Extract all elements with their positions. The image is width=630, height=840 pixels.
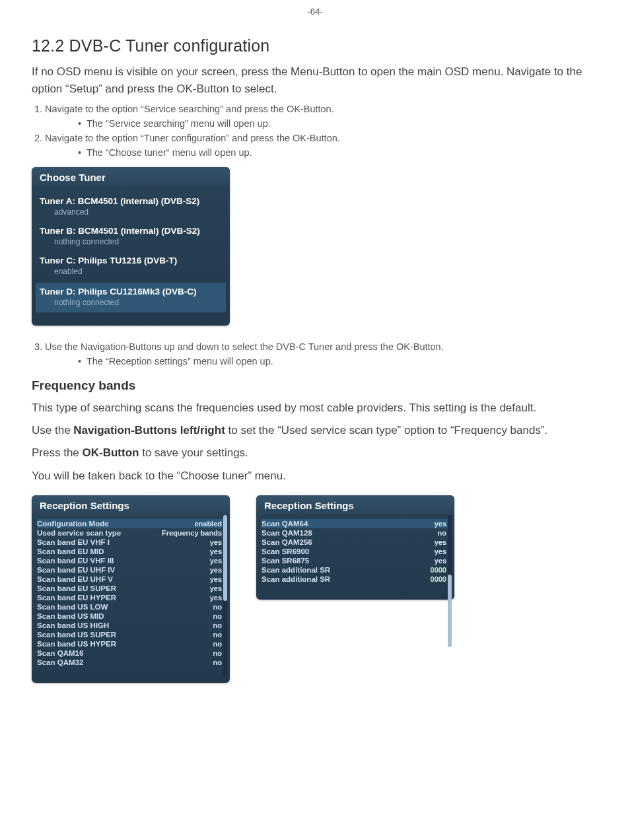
tuner-main: Tuner B: BCM4501 (internal) (DVB-S2): [40, 226, 222, 236]
setting-label: Scan additional SR: [262, 566, 330, 574]
step-3: Use the Navigation-Buttons up and down t…: [45, 341, 598, 352]
setting-label: Scan band EU UHF IV: [37, 566, 115, 574]
setting-value: enabled: [194, 520, 222, 528]
setting-label: Scan band US HYPER: [37, 640, 116, 648]
setting-value: yes: [435, 538, 446, 546]
setting-row[interactable]: Scan band US SUPERno: [37, 630, 225, 639]
freq-p2: Use the Navigation-Buttons left/right to…: [32, 422, 598, 439]
setting-label: Scan QAM256: [262, 538, 312, 546]
setting-row[interactable]: Used service scan typeFrequency bands: [37, 528, 225, 538]
scrollbar-right[interactable]: [448, 515, 452, 594]
setting-label: Scan QAM32: [37, 658, 83, 666]
step-2: Navigate to the option “Tuner configurat…: [45, 133, 598, 143]
setting-value: yes: [435, 557, 446, 565]
reception-settings-title-right: Reception Settings: [256, 495, 454, 515]
setting-row[interactable]: Scan SR6900yes: [262, 547, 449, 556]
scroll-thumb-right[interactable]: [448, 575, 452, 647]
step-1: Navigate to the option “Service searchin…: [45, 104, 598, 114]
setting-value: yes: [435, 520, 446, 528]
frequency-bands-heading: Frequency bands: [32, 378, 598, 393]
setting-row[interactable]: Scan additional SR0000: [262, 575, 449, 584]
reception-settings-panel-left: Reception Settings Configuration Modeena…: [32, 495, 230, 683]
setting-label: Scan band US HIGH: [37, 621, 109, 629]
setting-value: yes: [210, 538, 222, 546]
setting-row[interactable]: Scan band EU SUPERyes: [37, 584, 225, 593]
setting-value: no: [213, 649, 222, 657]
setting-row[interactable]: Scan QAM128no: [262, 528, 449, 538]
setting-row[interactable]: Scan additional SR0000: [262, 565, 449, 575]
tuner-sub: nothing connected: [40, 298, 222, 307]
freq-p3-a: Press the: [32, 446, 83, 459]
freq-p4: You will be taken back to the “Choose tu…: [32, 468, 598, 485]
reception-settings-title-left: Reception Settings: [32, 495, 230, 515]
scrollbar-left[interactable]: [223, 515, 227, 678]
setting-row[interactable]: Scan QAM64yes: [262, 519, 449, 528]
freq-p2-bold: Navigation-Buttons left/right: [73, 424, 225, 437]
reception-settings-panel-right: Reception Settings Scan QAM64yesScan QAM…: [256, 495, 454, 683]
scroll-thumb-left[interactable]: [223, 515, 227, 601]
page-number: -64-: [32, 7, 598, 17]
setting-label: Scan additional SR: [262, 575, 330, 583]
setting-label: Scan SR6900: [262, 547, 309, 555]
setting-row[interactable]: Scan band EU VHF Iyes: [37, 538, 225, 547]
setting-value: yes: [435, 547, 446, 555]
setting-row[interactable]: Configuration Modeenabled: [37, 519, 225, 528]
setting-row[interactable]: Scan band US MIDno: [37, 612, 225, 621]
setting-value: Frequency bands: [162, 529, 222, 537]
step-3-bullet: The “Reception settings” menu will open …: [78, 356, 598, 367]
choose-tuner-title: Choose Tuner: [32, 167, 230, 187]
setting-label: Scan QAM16: [37, 649, 83, 657]
setting-row[interactable]: Scan band EU UHF Vyes: [37, 575, 225, 584]
setting-row[interactable]: Scan QAM32no: [37, 658, 225, 667]
setting-label: Scan band EU SUPER: [37, 584, 116, 592]
setting-label: Configuration Mode: [37, 520, 109, 528]
setting-value: no: [213, 658, 222, 666]
tuner-sub: advanced: [40, 207, 222, 217]
tuner-main: Tuner A: BCM4501 (internal) (DVB-S2): [40, 196, 222, 206]
choose-tuner-panel: Choose Tuner Tuner A: BCM4501 (internal)…: [32, 167, 230, 326]
setting-value: no: [213, 640, 222, 648]
setting-row[interactable]: Scan band EU MIDyes: [37, 547, 225, 556]
tuner-sub: enabled: [40, 267, 222, 276]
setting-value: yes: [210, 594, 222, 602]
freq-p2-b: to set the “Used service scan type” opti…: [225, 424, 548, 437]
setting-value: yes: [210, 575, 222, 583]
setting-label: Scan band EU VHF I: [37, 538, 110, 546]
setting-row[interactable]: Scan band US HYPERno: [37, 639, 225, 648]
setting-value: no: [213, 631, 222, 639]
tuner-main: Tuner D: Philips CU1216Mk3 (DVB-C): [40, 287, 222, 297]
section-title: 12.2 DVB-C Tuner configuration: [32, 36, 598, 55]
setting-value: no: [213, 603, 222, 611]
setting-row[interactable]: Scan band US LOWno: [37, 602, 225, 612]
setting-row[interactable]: Scan band EU VHF IIIyes: [37, 556, 225, 565]
setting-label: Scan band EU UHF V: [37, 575, 113, 583]
freq-p2-a: Use the: [32, 424, 73, 437]
setting-label: Scan band EU HYPER: [37, 594, 116, 602]
tuner-item[interactable]: Tuner B: BCM4501 (internal) (DVB-S2)noth…: [40, 222, 222, 252]
freq-p1: This type of searching scans the frequen…: [32, 400, 598, 417]
tuner-item[interactable]: Tuner C: Philips TU1216 (DVB-T)enabled: [40, 252, 222, 281]
step-1-bullet: The “Service searching” menu will open u…: [78, 118, 598, 129]
setting-label: Scan band US LOW: [37, 603, 108, 611]
setting-label: Scan band US MID: [37, 612, 104, 620]
setting-row[interactable]: Scan SR6875yes: [262, 556, 449, 565]
freq-p3: Press the OK-Button to save your setting…: [32, 444, 598, 462]
setting-row[interactable]: Scan QAM16no: [37, 648, 225, 658]
freq-p3-b: to save your settings.: [139, 446, 248, 459]
setting-value: yes: [210, 584, 222, 592]
setting-value: 0000: [431, 566, 446, 574]
setting-row[interactable]: Scan band EU HYPERyes: [37, 593, 225, 602]
tuner-item[interactable]: Tuner A: BCM4501 (internal) (DVB-S2)adva…: [40, 192, 222, 222]
setting-value: no: [438, 529, 446, 537]
setting-label: Used service scan type: [37, 529, 121, 537]
setting-label: Scan band EU VHF III: [37, 557, 114, 565]
setting-label: Scan SR6875: [262, 557, 309, 565]
tuner-item[interactable]: Tuner D: Philips CU1216Mk3 (DVB-C)nothin…: [36, 283, 226, 312]
setting-label: Scan band EU MID: [37, 547, 104, 555]
setting-value: no: [213, 621, 222, 629]
setting-row[interactable]: Scan band EU UHF IVyes: [37, 565, 225, 575]
setting-row[interactable]: Scan band US HIGHno: [37, 621, 225, 630]
setting-value: yes: [210, 547, 222, 555]
intro-paragraph: If no OSD menu is visible on your screen…: [32, 63, 598, 98]
setting-row[interactable]: Scan QAM256yes: [262, 538, 449, 547]
